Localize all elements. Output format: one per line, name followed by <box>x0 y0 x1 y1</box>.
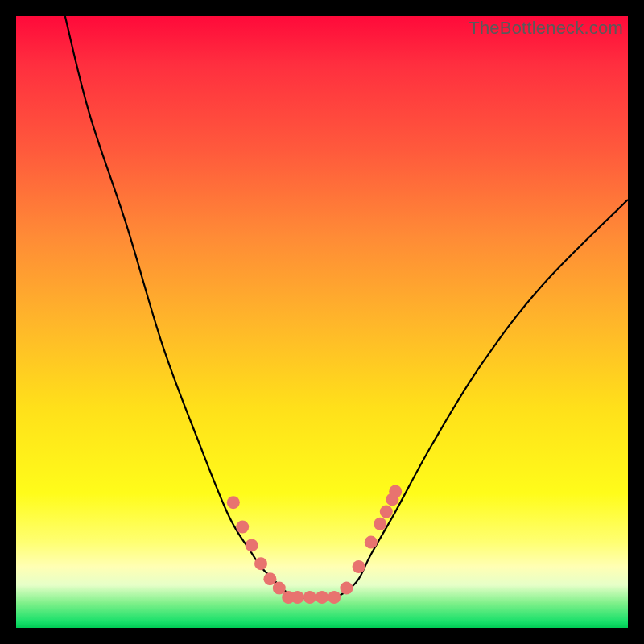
left-marker <box>263 572 276 585</box>
marker-group <box>227 485 402 604</box>
chart-overlay <box>16 16 628 628</box>
right-marker <box>353 560 365 573</box>
left-marker <box>246 539 258 551</box>
left-marker <box>227 496 240 509</box>
right-marker <box>365 536 378 549</box>
right-marker <box>340 582 353 595</box>
floor-marker <box>316 591 328 604</box>
right-marker <box>389 485 402 498</box>
floor-marker <box>303 591 316 604</box>
floor-marker <box>328 591 341 604</box>
bottleneck-curve-line <box>65 16 628 598</box>
left-marker <box>254 557 267 570</box>
left-marker <box>273 582 286 595</box>
bottleneck-curve <box>65 16 628 598</box>
floor-marker <box>291 591 304 604</box>
right-marker <box>374 518 386 530</box>
left-marker <box>236 521 249 534</box>
right-marker <box>380 506 393 518</box>
